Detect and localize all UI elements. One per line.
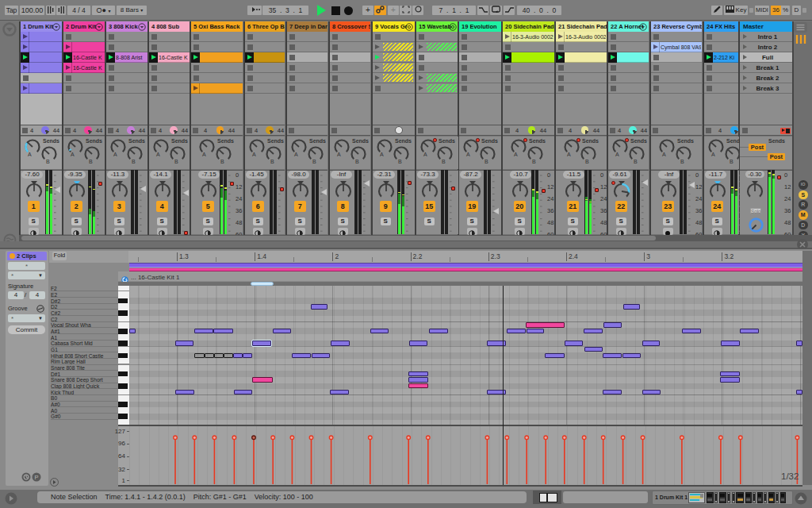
svg-text:P: P [34,474,38,481]
